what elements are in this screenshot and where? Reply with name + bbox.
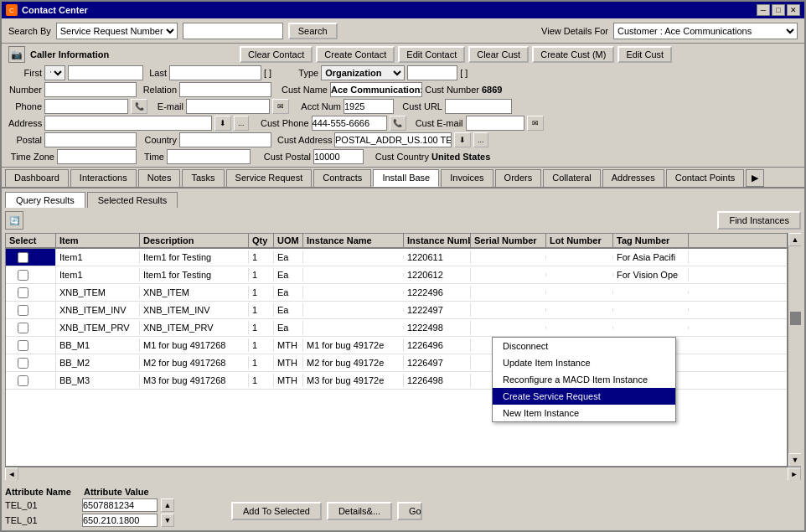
table-row[interactable]: BB_M1 M1 for bug 4917268 1 MTH M1 for bu… xyxy=(6,337,787,354)
search-by-select[interactable]: Service Request Number xyxy=(56,23,178,39)
time-input[interactable] xyxy=(167,149,251,164)
minimize-button[interactable]: ─ xyxy=(757,4,770,16)
tab-interactions[interactable]: Interactions xyxy=(70,169,137,187)
postal-input[interactable] xyxy=(44,132,137,147)
first-input[interactable] xyxy=(68,65,143,80)
tab-notes[interactable]: Notes xyxy=(138,169,181,187)
go-button[interactable]: Go xyxy=(397,502,422,520)
tab-collateral[interactable]: Collateral xyxy=(543,169,600,187)
row-indicator xyxy=(9,251,14,264)
scroll-right-button[interactable]: ► xyxy=(788,467,801,480)
tab-dashboard[interactable]: Dashboard xyxy=(5,169,69,187)
time-zone-input[interactable] xyxy=(57,149,137,164)
row-checkbox[interactable] xyxy=(18,270,28,281)
country-input[interactable] xyxy=(179,132,271,147)
row-checkbox[interactable] xyxy=(18,375,28,386)
subtab-selected-results[interactable]: Selected Results xyxy=(87,192,178,208)
address-ellipsis-button[interactable]: ... xyxy=(234,116,249,131)
tab-contracts[interactable]: Contracts xyxy=(313,169,371,187)
tab-invoices[interactable]: Invoices xyxy=(441,169,493,187)
context-create-service-request[interactable]: Create Service Request xyxy=(493,388,675,405)
search-by-label: Search By xyxy=(8,26,51,36)
desc-cell: M2 for bug 4917268 xyxy=(140,356,249,369)
cust-address-icon-button[interactable]: ⬇ xyxy=(454,132,471,147)
row-checkbox[interactable] xyxy=(18,340,28,351)
create-cust-m-button[interactable]: Create Cust (M) xyxy=(532,46,614,63)
acct-num-input[interactable] xyxy=(344,99,394,114)
scroll-up-button[interactable]: ▲ xyxy=(788,233,801,246)
cust-email-icon-button[interactable]: ✉ xyxy=(527,116,544,131)
context-reconfigure-macd[interactable]: Reconfigure a MACD Item Instance xyxy=(493,371,675,388)
email-icon-button[interactable]: ✉ xyxy=(272,99,289,114)
time-label: Time xyxy=(139,152,164,162)
table-row[interactable]: XNB_ITEM_INV XNB_ITEM_INV 1 Ea 1222497 xyxy=(6,302,787,319)
attr-value-1-input[interactable] xyxy=(82,498,158,512)
subtab-query-results[interactable]: Query Results xyxy=(5,192,85,208)
email-input[interactable] xyxy=(186,99,270,114)
clear-contact-button[interactable]: Clear Contact xyxy=(240,46,313,63)
edit-contact-button[interactable]: Edit Contact xyxy=(398,46,465,63)
table-row[interactable]: Item1 Item1 for Testing 1 Ea 1220612 For… xyxy=(6,266,787,284)
row-checkbox[interactable] xyxy=(18,287,28,298)
tab-overflow-button[interactable]: ▶ xyxy=(746,169,764,187)
cust-phone-input[interactable] xyxy=(312,116,387,131)
view-details-select[interactable]: Customer : Ace Communications xyxy=(613,23,798,39)
cust-postal-input[interactable] xyxy=(313,149,364,164)
scroll-left-button[interactable]: ◄ xyxy=(5,467,18,480)
details-button[interactable]: Details&... xyxy=(327,502,392,520)
refresh-icon[interactable]: 🔄 xyxy=(5,211,23,230)
address-icon-button[interactable]: ⬇ xyxy=(214,116,231,131)
table-row[interactable]: XNB_ITEM_PRV XNB_ITEM_PRV 1 Ea 1222498 xyxy=(6,319,787,337)
tab-addresses[interactable]: Addresses xyxy=(602,169,664,187)
scroll-down-button[interactable]: ▼ xyxy=(788,453,801,467)
cust-name-label: Cust Name xyxy=(277,85,328,95)
search-button[interactable]: Search xyxy=(288,23,338,39)
clear-cust-button[interactable]: Clear Cust xyxy=(468,46,529,63)
row-checkbox[interactable] xyxy=(18,358,28,369)
cust-name-input[interactable] xyxy=(330,82,422,97)
tab-install-base[interactable]: Install Base xyxy=(373,169,439,187)
tab-service-request[interactable]: Service Request xyxy=(226,169,313,187)
uom-cell: MTH xyxy=(274,356,303,369)
vertical-scrollbar[interactable]: ▲ ▼ xyxy=(788,233,801,467)
row-checkbox[interactable] xyxy=(18,323,28,333)
tab-tasks[interactable]: Tasks xyxy=(182,169,224,187)
last-input[interactable] xyxy=(169,65,261,80)
find-instances-button[interactable]: Find Instances xyxy=(717,211,801,230)
context-new-item-instance[interactable]: New Item Instance xyxy=(493,405,675,421)
attr-value-2-input[interactable] xyxy=(82,514,158,527)
search-input[interactable] xyxy=(183,23,283,39)
relation-input[interactable] xyxy=(179,82,271,97)
context-update-item-instance[interactable]: Update Item Instance xyxy=(493,354,675,371)
tab-orders[interactable]: Orders xyxy=(495,169,542,187)
number-input[interactable] xyxy=(44,82,137,97)
phone-input[interactable] xyxy=(44,99,128,114)
iname-cell: M2 for bug 49172e xyxy=(303,356,404,369)
context-disconnect[interactable]: Disconnect xyxy=(493,338,675,354)
cust-email-input[interactable] xyxy=(466,116,524,131)
cust-address-input[interactable] xyxy=(334,132,452,147)
maximize-button[interactable]: □ xyxy=(772,4,785,16)
tab-contact-points[interactable]: Contact Points xyxy=(666,169,745,187)
type-extra-input[interactable] xyxy=(407,65,457,80)
cust-phone-icon-button[interactable]: 📞 xyxy=(390,116,406,131)
row-checkbox[interactable] xyxy=(18,305,28,316)
address-input[interactable] xyxy=(44,116,212,131)
edit-cust-button[interactable]: Edit Cust xyxy=(617,46,672,63)
attr-scroll-up[interactable]: ▲ xyxy=(161,498,174,512)
desc-cell: M3 for bug 4917268 xyxy=(140,374,249,387)
attr-scroll-down[interactable]: ▼ xyxy=(161,514,174,527)
row-checkbox[interactable] xyxy=(18,252,28,263)
first-title-select[interactable]: ▼ xyxy=(44,65,65,80)
phone-icon-button[interactable]: 📞 xyxy=(131,99,147,114)
table-row[interactable]: Item1 Item1 for Testing 1 Ea 1220611 For… xyxy=(6,249,787,266)
cust-url-input[interactable] xyxy=(445,99,512,114)
close-button[interactable]: ✕ xyxy=(787,4,800,16)
type-select[interactable]: Organization xyxy=(321,65,405,80)
table-row[interactable]: XNB_ITEM XNB_ITEM 1 Ea 1222496 xyxy=(6,284,787,302)
add-to-selected-button[interactable]: Add To Selected xyxy=(231,502,322,520)
cust-address-ellipsis-button[interactable]: ... xyxy=(473,132,488,147)
desc-column-header: Description xyxy=(140,234,249,247)
item-cell: XNB_ITEM xyxy=(56,286,140,299)
create-contact-button[interactable]: Create Contact xyxy=(316,46,395,63)
